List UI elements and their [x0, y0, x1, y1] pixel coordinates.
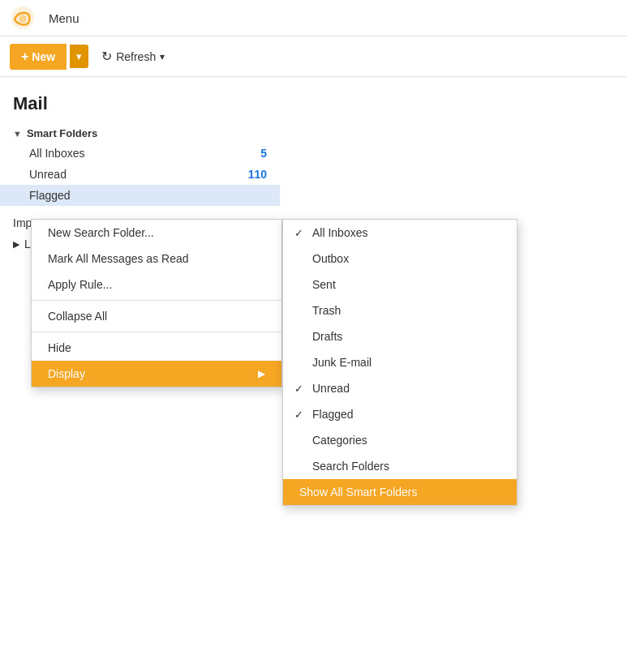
ctx-apply-rule-label: Apply Rule... [48, 278, 112, 291]
refresh-label: Refresh [116, 50, 156, 63]
sub-outbox[interactable]: Outbox [283, 246, 517, 272]
refresh-icon: ↻ [101, 49, 112, 64]
ctx-new-search-folder-label: New Search Folder... [48, 226, 154, 239]
display-submenu: All Inboxes Outbox Sent Trash Drafts Jun… [282, 219, 517, 506]
sub-trash[interactable]: Trash [283, 297, 517, 323]
sub-unread[interactable]: Unread [283, 375, 517, 401]
sub-drafts-label: Drafts [312, 330, 342, 343]
local-folders-arrow-icon: ▶ [13, 239, 19, 250]
sub-sent-label: Sent [312, 278, 336, 291]
ctx-hide[interactable]: Hide [32, 335, 281, 361]
sub-all-inboxes-label: All Inboxes [312, 226, 367, 239]
sub-junk-email-label: Junk E-mail [312, 356, 371, 369]
refresh-button[interactable]: ↻ Refresh ▾ [92, 43, 174, 70]
sub-categories-label: Categories [312, 434, 367, 447]
folder-unread-count: 110 [248, 168, 267, 181]
folder-all-inboxes-label: All Inboxes [29, 147, 84, 160]
smart-folders-header[interactable]: ▼ Smart Folders [0, 124, 280, 143]
ctx-mark-all-read[interactable]: Mark All Messages as Read [32, 246, 281, 272]
sub-show-all-smart-folders[interactable]: Show All Smart Folders [283, 479, 517, 505]
sub-search-folders-label: Search Folders [312, 460, 389, 473]
sub-sent[interactable]: Sent [283, 272, 517, 297]
ctx-divider-1 [32, 300, 281, 301]
ctx-display-arrow-icon: ▶ [258, 368, 265, 379]
smart-folders-label: Smart Folders [27, 127, 97, 139]
sub-categories[interactable]: Categories [283, 427, 517, 453]
svg-point-1 [19, 15, 27, 23]
new-label: New [32, 50, 55, 63]
smart-folders-arrow-icon: ▼ [13, 129, 22, 139]
ctx-mark-all-read-label: Mark All Messages as Read [48, 252, 189, 265]
logo-icon [10, 5, 36, 31]
sub-drafts[interactable]: Drafts [283, 323, 517, 349]
menu-label: Menu [49, 11, 79, 25]
folder-unread-label: Unread [29, 168, 67, 181]
sub-unread-label: Unread [312, 382, 350, 395]
folder-flagged-label: Flagged [29, 189, 71, 202]
sub-trash-label: Trash [312, 304, 341, 317]
ctx-new-search-folder[interactable]: New Search Folder... [32, 220, 281, 246]
new-button[interactable]: + New [10, 44, 67, 70]
ctx-display[interactable]: Display ▶ [32, 361, 281, 387]
sub-flagged[interactable]: Flagged [283, 401, 517, 427]
ctx-hide-label: Hide [48, 341, 71, 354]
folder-unread[interactable]: Unread 110 [0, 164, 280, 185]
sub-search-folders[interactable]: Search Folders [283, 453, 517, 479]
folder-flagged[interactable]: Flagged [0, 185, 280, 206]
sub-outbox-label: Outbox [312, 252, 349, 265]
ctx-divider-2 [32, 332, 281, 332]
ctx-display-label: Display [48, 367, 85, 380]
context-menu: New Search Folder... Mark All Messages a… [31, 219, 282, 387]
ctx-collapse-all[interactable]: Collapse All [32, 303, 281, 329]
ctx-apply-rule[interactable]: Apply Rule... [32, 272, 281, 297]
folder-all-inboxes[interactable]: All Inboxes 5 [0, 143, 280, 164]
top-bar: Menu [0, 0, 627, 36]
refresh-arrow-icon: ▾ [160, 51, 165, 62]
sub-flagged-label: Flagged [312, 408, 354, 421]
sub-junk-email[interactable]: Junk E-mail [283, 349, 517, 375]
sub-show-all-label: Show All Smart Folders [299, 486, 418, 499]
toolbar: + New ▾ ↻ Refresh ▾ [0, 36, 627, 77]
sub-all-inboxes[interactable]: All Inboxes [283, 220, 517, 246]
sidebar-title: Mail [0, 87, 280, 124]
plus-icon: + [21, 49, 28, 64]
ctx-collapse-all-label: Collapse All [48, 310, 107, 323]
new-arrow-button[interactable]: ▾ [70, 45, 88, 68]
folder-all-inboxes-count: 5 [260, 147, 267, 160]
